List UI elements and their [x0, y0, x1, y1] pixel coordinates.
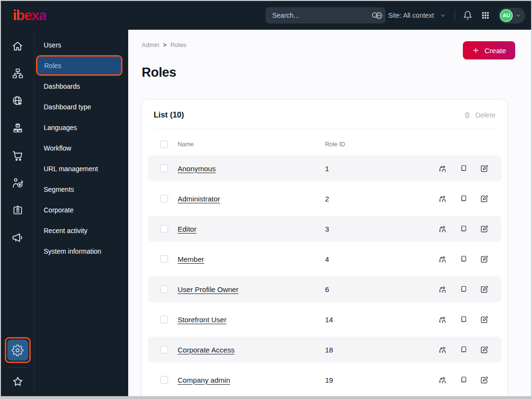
assign-user-icon[interactable]	[438, 285, 447, 294]
row-checkbox[interactable]	[160, 285, 168, 293]
row-actions	[438, 164, 489, 173]
sidebar-item-dashboards[interactable]: Dashboards	[35, 76, 128, 96]
card-divider	[154, 129, 496, 129]
sidebar-item-system-information[interactable]: System information	[35, 241, 128, 261]
role-name-link[interactable]: Member	[178, 255, 325, 263]
role-name-link[interactable]: Administrator	[178, 195, 325, 203]
app-grid-icon[interactable]	[481, 11, 490, 20]
row-actions	[438, 285, 489, 294]
rail-bottom-group	[5, 337, 31, 397]
marketing-target-icon[interactable]	[8, 173, 27, 192]
row-checkbox[interactable]	[160, 316, 168, 323]
row-checkbox[interactable]	[160, 195, 168, 202]
table-body: Anonymous 1 Administrator 2	[148, 155, 501, 393]
table-row: User Profile Owner 6	[148, 276, 501, 302]
table-row: Member 4	[148, 246, 501, 272]
edit-icon[interactable]	[480, 255, 489, 264]
edit-icon[interactable]	[480, 315, 489, 324]
sidebar-item-roles[interactable]: Roles	[37, 57, 121, 74]
sidebar-item-users[interactable]: Users	[35, 35, 128, 55]
user-menu[interactable]: AU	[498, 8, 525, 23]
copy-icon[interactable]	[459, 255, 468, 263]
list-title: List (10)	[154, 110, 184, 119]
role-name-link[interactable]: Corporate Access	[178, 346, 325, 354]
copy-icon[interactable]	[459, 315, 468, 324]
copy-icon[interactable]	[459, 164, 468, 173]
trash-icon	[463, 111, 471, 119]
select-all-checkbox[interactable]	[160, 141, 168, 148]
role-name-link[interactable]: User Profile Owner	[178, 285, 325, 293]
search-input[interactable]	[272, 12, 371, 19]
copy-icon[interactable]	[459, 285, 468, 293]
role-name-link[interactable]: Storefront User	[178, 316, 325, 324]
table-row: Company admin 19	[148, 367, 501, 393]
content-tree-icon[interactable]	[8, 64, 27, 83]
row-checkbox[interactable]	[160, 255, 168, 263]
edit-icon[interactable]	[480, 376, 489, 385]
ibexa-logo: ibexa	[13, 8, 46, 23]
commerce-cart-icon[interactable]	[8, 146, 27, 165]
assign-user-icon[interactable]	[438, 224, 447, 234]
breadcrumb-separator: >	[163, 42, 167, 48]
assign-user-icon[interactable]	[438, 345, 447, 354]
assign-user-icon[interactable]	[438, 194, 447, 203]
delete-button[interactable]: Delete	[463, 111, 496, 119]
edit-icon[interactable]	[480, 345, 489, 354]
sidebar-item-languages[interactable]: Languages	[35, 117, 128, 138]
sidebar-item-segments[interactable]: Segments	[35, 179, 128, 200]
edit-icon[interactable]	[480, 164, 489, 173]
icon-rail	[1, 30, 35, 397]
site-globe-icon[interactable]	[8, 91, 27, 110]
roles-list-card: List (10) Delete Name Role ID Anonymous …	[142, 99, 508, 397]
breadcrumb-item-roles[interactable]: Roles	[170, 41, 186, 48]
role-name-link[interactable]: Company admin	[178, 376, 325, 384]
topbar-divider	[455, 10, 455, 21]
row-actions	[438, 376, 489, 385]
avatar[interactable]: AU	[500, 9, 513, 22]
copy-icon[interactable]	[459, 345, 468, 354]
copy-icon[interactable]	[459, 376, 468, 384]
edit-icon[interactable]	[480, 285, 489, 294]
site-context-label: Site: All context	[388, 12, 434, 19]
sidebar-item-recent-activity[interactable]: Recent activity	[35, 220, 128, 241]
assign-user-icon[interactable]	[438, 255, 447, 264]
row-checkbox[interactable]	[160, 225, 168, 233]
breadcrumb: Admin > Roles	[142, 41, 186, 48]
bookmarks-star-icon[interactable]	[8, 372, 27, 391]
home-icon[interactable]	[8, 36, 27, 56]
assign-user-icon[interactable]	[438, 164, 447, 173]
edit-icon[interactable]	[480, 224, 489, 234]
column-header-name: Name	[178, 141, 325, 148]
role-id-cell: 18	[325, 346, 431, 354]
row-actions	[438, 345, 489, 354]
row-checkbox[interactable]	[160, 346, 168, 353]
edit-icon[interactable]	[480, 194, 489, 203]
topbar: ibexa Site: All context AU	[1, 1, 531, 30]
activity-megaphone-icon[interactable]	[8, 228, 27, 247]
role-id-cell: 14	[325, 316, 431, 324]
sidebar-item-url-management[interactable]: URL management	[35, 158, 128, 179]
copy-icon[interactable]	[459, 224, 468, 233]
copy-icon[interactable]	[459, 194, 468, 203]
notifications-bell-icon[interactable]	[463, 11, 472, 20]
rail-divider	[7, 367, 28, 368]
products-icon[interactable]	[8, 118, 27, 138]
breadcrumb-item-admin[interactable]: Admin	[142, 41, 159, 48]
assign-user-icon[interactable]	[438, 315, 447, 324]
global-search[interactable]	[266, 7, 386, 23]
assign-user-icon[interactable]	[438, 376, 447, 385]
settings-gear-icon[interactable]	[7, 340, 28, 361]
sidebar-item-workflow[interactable]: Workflow	[35, 138, 128, 158]
corporate-badge-icon[interactable]	[8, 200, 27, 220]
row-checkbox[interactable]	[160, 376, 168, 384]
role-name-link[interactable]: Editor	[178, 225, 325, 233]
table-row: Corporate Access 18	[148, 337, 501, 363]
create-button-label: Create	[484, 47, 506, 55]
site-context-selector[interactable]: Site: All context	[375, 11, 446, 20]
create-button[interactable]: Create	[463, 41, 515, 59]
chevron-down-icon	[440, 12, 446, 19]
sidebar-item-corporate[interactable]: Corporate	[35, 200, 128, 220]
sidebar-item-dashboard-type[interactable]: Dashboard type	[35, 96, 128, 117]
role-name-link[interactable]: Anonymous	[178, 164, 325, 173]
row-checkbox[interactable]	[160, 164, 168, 172]
